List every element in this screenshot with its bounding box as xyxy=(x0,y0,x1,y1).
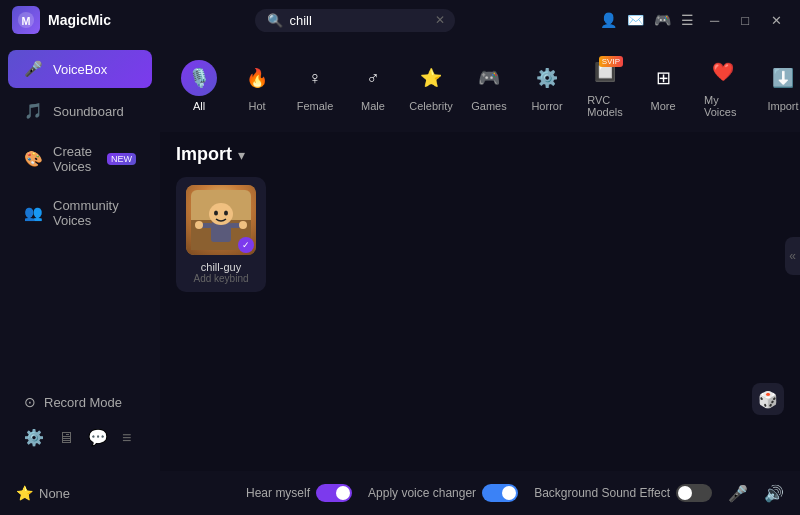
titlebar-right: 👤 ✉️ 🎮 ☰ ─ □ ✕ xyxy=(600,11,788,30)
voice-cards-grid: ✓ chill-guy Add keybind xyxy=(176,177,784,292)
import-title: Import xyxy=(176,144,232,165)
main-layout: 🎤 VoiceBox 🎵 Soundboard 🎨 Create Voices … xyxy=(0,40,800,471)
sidebar-item-label-community: Community Voices xyxy=(53,198,136,228)
search-icon: 🔍 xyxy=(267,13,283,28)
minimize-button[interactable]: ─ xyxy=(704,11,725,30)
maximize-button[interactable]: □ xyxy=(735,11,755,30)
cat-hot-label: Hot xyxy=(248,100,265,112)
sidebar-bottom: ⊙ Record Mode ⚙️ 🖥 💬 ≡ xyxy=(0,376,160,463)
collapse-icon: « xyxy=(789,249,796,263)
settings-icon[interactable]: ⚙️ xyxy=(24,428,44,447)
import-section: Import ▾ xyxy=(160,132,800,471)
cat-all-label: All xyxy=(193,100,205,112)
voice-card-chill-guy[interactable]: ✓ chill-guy Add keybind xyxy=(176,177,266,292)
cat-male[interactable]: ♂ Male xyxy=(346,54,400,118)
titlebar-left: M MagicMic xyxy=(12,6,111,34)
cat-rvc-label: RVC Models xyxy=(587,94,622,118)
hear-myself-toggle[interactable] xyxy=(316,484,352,502)
close-button[interactable]: ✕ xyxy=(765,11,788,30)
clear-search-icon[interactable]: ✕ xyxy=(435,13,445,27)
celebrity-icon: ⭐ xyxy=(413,60,449,96)
sidebar-item-label-create: Create Voices xyxy=(53,144,95,174)
voice-thumbnail: ✓ xyxy=(186,185,256,255)
rvc-icon-area: 🔲 SVIP xyxy=(587,54,623,90)
svg-point-6 xyxy=(214,211,218,216)
cat-games-label: Games xyxy=(471,100,506,112)
cat-rvc[interactable]: 🔲 SVIP RVC Models xyxy=(578,48,632,124)
community-voices-icon: 👥 xyxy=(24,204,43,222)
cat-all[interactable]: 🎙️ All xyxy=(172,54,226,118)
import-chevron[interactable]: ▾ xyxy=(238,147,245,163)
cat-more-label: More xyxy=(650,100,675,112)
svg-point-10 xyxy=(195,221,203,229)
category-tabs: 🎙️ All 🔥 Hot ♀ Female ♂ Male ⭐ Celebrity… xyxy=(160,40,800,132)
bg-sound-label: Background Sound Effect xyxy=(534,486,670,500)
app-logo: M xyxy=(12,6,40,34)
dice-button[interactable]: 🎲 xyxy=(752,383,784,415)
apply-voice-label: Apply voice changer xyxy=(368,486,476,500)
monitor-icon[interactable]: 🖥 xyxy=(58,429,74,447)
female-icon: ♀ xyxy=(297,60,333,96)
chat-icon[interactable]: 💬 xyxy=(88,428,108,447)
bg-sound-toggle[interactable] xyxy=(676,484,712,502)
male-icon: ♂ xyxy=(355,60,391,96)
apply-voice-toggle[interactable] xyxy=(482,484,518,502)
profile-icon[interactable]: 👤 xyxy=(600,12,617,28)
voice-badge: ✓ xyxy=(238,237,254,253)
app-name: MagicMic xyxy=(48,12,111,28)
more-cat-icon: ⊞ xyxy=(645,60,681,96)
sidebar-item-voicebox[interactable]: 🎤 VoiceBox xyxy=(8,50,152,88)
bg-sound-control: Background Sound Effect xyxy=(534,484,712,502)
collapse-handle[interactable]: « xyxy=(785,237,800,275)
svg-text:M: M xyxy=(22,15,31,27)
dice-icon: 🎲 xyxy=(758,390,778,409)
import-header: Import ▾ xyxy=(176,144,784,165)
status-right: Hear myself Apply voice changer Backgrou… xyxy=(246,484,784,503)
hot-icon: 🔥 xyxy=(239,60,275,96)
record-mode-label: Record Mode xyxy=(44,395,122,410)
cat-female[interactable]: ♀ Female xyxy=(288,54,342,118)
cat-hot[interactable]: 🔥 Hot xyxy=(230,54,284,118)
more-icon[interactable]: ≡ xyxy=(122,429,131,447)
all-icon: 🎙️ xyxy=(181,60,217,96)
cat-celebrity-label: Celebrity xyxy=(409,100,452,112)
cat-horror[interactable]: ⚙️ Horror xyxy=(520,54,574,118)
game-icon[interactable]: 🎮 xyxy=(654,12,671,28)
sidebar-item-community-voices[interactable]: 👥 Community Voices xyxy=(8,188,152,238)
apply-voice-control: Apply voice changer xyxy=(368,484,518,502)
record-mode-item[interactable]: ⊙ Record Mode xyxy=(8,384,152,420)
svg-point-7 xyxy=(224,211,228,216)
volume-button[interactable]: 🔊 xyxy=(764,484,784,503)
cat-more[interactable]: ⊞ More xyxy=(636,54,690,118)
games-icon: 🎮 xyxy=(471,60,507,96)
create-voices-icon: 🎨 xyxy=(24,150,43,168)
svg-point-11 xyxy=(239,221,247,229)
sidebar-item-soundboard[interactable]: 🎵 Soundboard xyxy=(8,92,152,130)
horror-icon: ⚙️ xyxy=(529,60,565,96)
svip-badge: SVIP xyxy=(599,56,623,67)
email-icon[interactable]: ✉️ xyxy=(627,12,644,28)
cat-celebrity[interactable]: ⭐ Celebrity xyxy=(404,54,458,118)
cat-import[interactable]: ⬇️ Import xyxy=(756,54,800,118)
record-icon: ⊙ xyxy=(24,394,36,410)
statusbar: ⭐ None Hear myself Apply voice changer B… xyxy=(0,471,800,515)
soundboard-icon: 🎵 xyxy=(24,102,43,120)
menu-icon[interactable]: ☰ xyxy=(681,12,694,28)
cat-import-label: Import xyxy=(767,100,798,112)
search-bar[interactable]: 🔍 ✕ xyxy=(255,9,455,32)
titlebar: M MagicMic 🔍 ✕ 👤 ✉️ 🎮 ☰ ─ □ ✕ xyxy=(0,0,800,40)
hear-myself-label: Hear myself xyxy=(246,486,310,500)
search-input[interactable] xyxy=(289,13,429,28)
mic-button[interactable]: 🎤 xyxy=(728,484,748,503)
cat-male-label: Male xyxy=(361,100,385,112)
hear-myself-control: Hear myself xyxy=(246,484,352,502)
voicebox-icon: 🎤 xyxy=(24,60,43,78)
sidebar-item-create-voices[interactable]: 🎨 Create Voices NEW xyxy=(8,134,152,184)
voice-keybind[interactable]: Add keybind xyxy=(193,273,248,284)
cat-my-voices[interactable]: ❤️ My Voices xyxy=(694,48,752,124)
import-icon: ⬇️ xyxy=(765,60,800,96)
sidebar-item-label-voicebox: VoiceBox xyxy=(53,62,107,77)
cat-games[interactable]: 🎮 Games xyxy=(462,54,516,118)
none-label: None xyxy=(39,486,70,501)
sidebar: 🎤 VoiceBox 🎵 Soundboard 🎨 Create Voices … xyxy=(0,40,160,471)
